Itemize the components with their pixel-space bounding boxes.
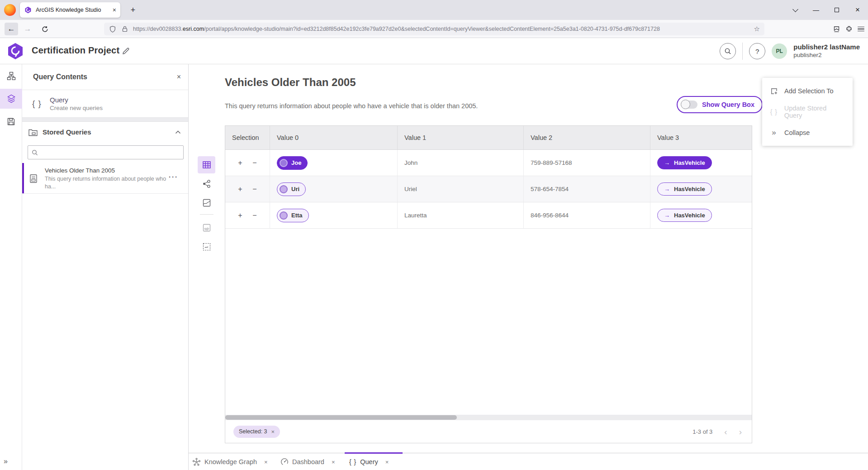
add-to-selection-button[interactable]: + xyxy=(236,159,244,167)
view-tab-bar: Knowledge Graph × Dashboard × { } Query … xyxy=(189,453,868,470)
data-model-icon[interactable] xyxy=(0,66,22,86)
bookmark-star-icon[interactable]: ☆ xyxy=(754,25,760,33)
menu-item-update-stored-query[interactable]: { } Update Stored Query xyxy=(762,101,853,122)
toolbar-divider xyxy=(200,214,213,215)
menu-item-add-selection-to[interactable]: Add Selection To xyxy=(762,81,853,101)
tab-close-icon[interactable]: × xyxy=(264,459,268,465)
url-text: https://dev0028833.esri.com/portal/apps/… xyxy=(133,26,750,32)
stored-query-item[interactable]: Vehicles Older Than 2005 This query retu… xyxy=(22,163,188,194)
panel-close-icon[interactable]: × xyxy=(177,73,181,81)
selection-map-icon[interactable] xyxy=(198,238,215,255)
cell-value1: Uriel xyxy=(398,176,524,202)
add-to-selection-button[interactable]: + xyxy=(236,185,244,193)
horizontal-scrollbar[interactable] xyxy=(225,415,752,420)
active-tab-indicator xyxy=(345,452,403,454)
search-icon xyxy=(32,149,38,156)
selected-indicator xyxy=(22,163,24,193)
list-tabs-icon[interactable] xyxy=(785,0,806,20)
column-header-value2: Value 2 xyxy=(524,126,650,149)
app-header: Certification Project ? PL publisher2 la… xyxy=(0,38,868,64)
window-maximize-button[interactable] xyxy=(826,0,847,20)
arcgis-favicon-icon xyxy=(24,6,32,14)
link-chart-icon[interactable] xyxy=(198,175,215,192)
stored-queries-search[interactable] xyxy=(28,145,184,159)
stored-query-options-icon[interactable]: ··· xyxy=(169,173,178,181)
lock-icon[interactable] xyxy=(121,25,129,33)
cell-value2: 759-889-57168 xyxy=(524,150,650,176)
tab-close-icon[interactable]: × xyxy=(385,459,389,465)
remove-from-selection-button[interactable]: − xyxy=(251,159,259,167)
arcgis-knowledge-logo xyxy=(6,42,24,60)
tab-query[interactable]: { } Query × xyxy=(349,453,389,470)
reload-button[interactable] xyxy=(38,23,52,35)
table-view-icon[interactable] xyxy=(198,156,215,173)
menu-icon[interactable] xyxy=(858,27,864,32)
pocket-icon[interactable] xyxy=(832,25,840,33)
url-bar[interactable]: https://dev0028833.esri.com/portal/apps/… xyxy=(104,23,764,35)
add-to-selection-button[interactable]: + xyxy=(236,211,244,220)
extensions-icon[interactable] xyxy=(845,25,853,33)
tab-knowledge-graph[interactable]: Knowledge Graph × xyxy=(192,453,268,470)
toggle-switch[interactable] xyxy=(681,101,697,109)
stored-queries-title: Stored Queries xyxy=(43,128,171,136)
table-row: + − Uri Uriel 578-654-7854 →HasVehicle xyxy=(225,176,752,202)
relationship-chip[interactable]: →HasVehicle xyxy=(657,182,712,196)
add-selection-icon xyxy=(769,87,778,95)
stored-query-title: Vehicles Older Than 2005 xyxy=(45,167,167,174)
avatar[interactable]: PL xyxy=(772,43,787,59)
query-card-title: Query xyxy=(50,96,103,104)
selected-count-chip[interactable]: Selected: 3 × xyxy=(233,426,280,438)
show-query-box-toggle[interactable]: Show Query Box xyxy=(677,96,763,113)
remove-from-selection-button[interactable]: − xyxy=(251,185,259,193)
layers-icon[interactable] xyxy=(0,89,22,109)
relationship-chip[interactable]: →HasVehicle xyxy=(657,156,712,169)
panel-header: Query Contents × xyxy=(22,64,188,90)
back-button[interactable]: ← xyxy=(5,23,18,35)
edit-title-icon[interactable] xyxy=(120,45,132,57)
arrow-right-icon: → xyxy=(664,159,670,166)
next-page-icon[interactable]: › xyxy=(739,427,742,436)
new-query-card[interactable]: { } Query Create new queries xyxy=(22,90,188,118)
new-map-icon[interactable] xyxy=(198,219,215,236)
tab-dashboard[interactable]: Dashboard × xyxy=(280,453,335,470)
window-close-button[interactable]: × xyxy=(847,0,868,20)
map-view-icon[interactable] xyxy=(198,194,215,211)
relationship-chip[interactable]: →HasVehicle xyxy=(657,209,712,222)
search-button[interactable] xyxy=(720,43,736,59)
menu-item-collapse[interactable]: » Collapse xyxy=(762,122,853,143)
tab-label: Knowledge Graph xyxy=(204,458,257,465)
query-card-subtitle: Create new queries xyxy=(50,105,103,111)
clear-selection-icon[interactable]: × xyxy=(271,428,275,435)
scrollbar-thumb[interactable] xyxy=(225,415,457,420)
tab-close-icon[interactable]: × xyxy=(113,7,116,13)
search-input[interactable] xyxy=(41,149,180,156)
tracking-shield-icon[interactable] xyxy=(109,25,117,33)
help-button[interactable]: ? xyxy=(749,43,765,59)
chevron-up-icon[interactable] xyxy=(175,130,181,134)
entity-chip[interactable]: Uri xyxy=(277,182,306,196)
table-row: + − Joe John 759-889-57168 →HasVehicle xyxy=(225,150,752,176)
cell-value1: John xyxy=(398,150,524,176)
cell-value1: Lauretta xyxy=(398,202,524,228)
browser-tab-title: ArcGIS Knowledge Studio xyxy=(36,7,109,13)
user-info[interactable]: publisher2 lastName publisher2 xyxy=(793,43,860,59)
new-tab-button[interactable]: + xyxy=(127,4,139,16)
save-icon[interactable] xyxy=(0,111,22,131)
previous-page-icon[interactable]: ‹ xyxy=(724,427,727,436)
stored-queries-header[interactable]: Stored Queries xyxy=(22,122,188,142)
page-title: Vehicles Older Than 2005 xyxy=(225,76,356,89)
firefox-icon[interactable] xyxy=(4,4,16,16)
browser-tab[interactable]: ArcGIS Knowledge Studio × xyxy=(20,2,120,18)
forward-button[interactable]: → xyxy=(21,23,34,35)
pagination-label: 1-3 of 3 xyxy=(693,428,712,435)
browser-tab-strip: ArcGIS Knowledge Studio × + — × xyxy=(0,0,868,20)
arrow-right-icon: → xyxy=(664,186,670,192)
entity-dot-icon xyxy=(280,159,288,167)
remove-from-selection-button[interactable]: − xyxy=(251,211,259,220)
tab-close-icon[interactable]: × xyxy=(332,459,335,465)
entity-chip[interactable]: Etta xyxy=(277,209,309,222)
knowledge-graph-icon xyxy=(192,458,201,466)
expand-rail-icon[interactable]: » xyxy=(4,457,8,465)
window-minimize-button[interactable]: — xyxy=(806,0,826,20)
entity-chip[interactable]: Joe xyxy=(277,156,308,170)
